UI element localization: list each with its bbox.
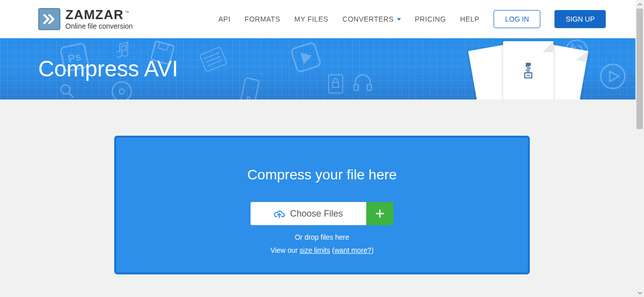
svg-rect-31 bbox=[526, 66, 527, 67]
scroll-down-button[interactable] bbox=[635, 288, 644, 294]
svg-rect-35 bbox=[527, 75, 530, 76]
play-circle-icon bbox=[599, 62, 627, 90]
signup-button[interactable]: SIGN UP bbox=[554, 10, 606, 28]
nav-help[interactable]: HELP bbox=[460, 15, 479, 23]
content: Compress your file here Choose Files Or … bbox=[0, 100, 644, 294]
logo-main: ZAMZAR™ bbox=[65, 8, 133, 21]
svg-point-28 bbox=[119, 88, 125, 94]
magnifier-icon bbox=[58, 82, 75, 100]
nav-pricing[interactable]: PRICING bbox=[415, 15, 446, 23]
compress-icon bbox=[521, 62, 536, 80]
nav-converters-label: CONVERTERS bbox=[343, 15, 394, 23]
choose-files-button[interactable]: Choose Files bbox=[251, 202, 366, 225]
cloud-upload-icon bbox=[274, 209, 285, 219]
svg-rect-8 bbox=[241, 78, 260, 100]
headphones-icon bbox=[352, 71, 373, 92]
svg-rect-14 bbox=[367, 84, 371, 90]
hero-banner: Ps bbox=[0, 38, 644, 100]
logo-tagline: Online file conversion bbox=[65, 22, 133, 30]
nav-myfiles[interactable]: MY FILES bbox=[294, 15, 329, 23]
svg-rect-29 bbox=[526, 63, 531, 66]
paper-center bbox=[503, 41, 553, 100]
chevron-down-icon bbox=[397, 18, 401, 21]
size-limits-link[interactable]: size limits bbox=[300, 246, 331, 254]
paren-close: ) bbox=[371, 246, 374, 254]
nav-formats[interactable]: FORMATS bbox=[245, 15, 280, 23]
svg-point-25 bbox=[61, 85, 70, 94]
drop-hint: Or drop files here bbox=[295, 233, 349, 241]
upload-card: Compress your file here Choose Files Or … bbox=[114, 136, 530, 274]
svg-point-9 bbox=[247, 96, 250, 100]
svg-rect-32 bbox=[530, 68, 531, 69]
disc-icon bbox=[109, 79, 135, 100]
upload-row: Choose Files bbox=[251, 202, 393, 225]
svg-point-27 bbox=[111, 80, 133, 100]
svg-rect-33 bbox=[526, 70, 527, 71]
page-title: Compress AVI bbox=[38, 56, 178, 81]
logo[interactable]: ZAMZAR™ Online file conversion bbox=[38, 8, 133, 30]
lock-file-icon bbox=[327, 73, 344, 94]
limits-text: View our size limits (want more?) bbox=[270, 246, 373, 254]
add-source-button[interactable] bbox=[366, 202, 393, 225]
svg-rect-30 bbox=[527, 66, 530, 73]
svg-point-24 bbox=[601, 64, 625, 88]
limits-prefix: View our bbox=[270, 246, 299, 254]
svg-rect-12 bbox=[333, 82, 339, 87]
svg-line-26 bbox=[69, 93, 73, 97]
nav-api[interactable]: API bbox=[218, 15, 230, 23]
login-button[interactable]: LOG IN bbox=[494, 10, 540, 28]
choose-files-label: Choose Files bbox=[290, 209, 343, 219]
logo-icon bbox=[38, 8, 60, 30]
scroll-up-button[interactable] bbox=[635, 0, 644, 9]
scroll-thumb[interactable] bbox=[636, 9, 643, 129]
svg-rect-11 bbox=[329, 75, 343, 93]
want-more-link[interactable]: want more? bbox=[335, 246, 371, 254]
plus-icon bbox=[375, 209, 385, 219]
svg-rect-13 bbox=[354, 84, 358, 90]
upload-title: Compress your file here bbox=[247, 167, 396, 183]
scrollbar[interactable] bbox=[635, 0, 644, 294]
main-nav: API FORMATS MY FILES CONVERTERS PRICING … bbox=[218, 10, 606, 28]
header: ZAMZAR™ Online file conversion API FORMA… bbox=[0, 0, 644, 38]
logo-text: ZAMZAR™ Online file conversion bbox=[65, 8, 133, 30]
paren-open: ( bbox=[330, 246, 335, 254]
nav-converters[interactable]: CONVERTERS bbox=[343, 15, 401, 23]
